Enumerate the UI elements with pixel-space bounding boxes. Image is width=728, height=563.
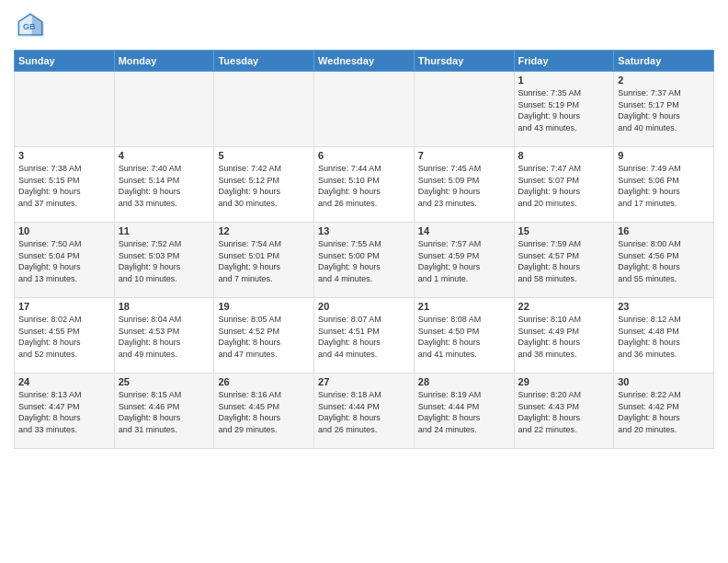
day-info: Sunrise: 7:50 AM Sunset: 5:04 PM Dayligh…	[18, 238, 110, 284]
calendar-cell: 5Sunrise: 7:42 AM Sunset: 5:12 PM Daylig…	[214, 147, 314, 223]
column-header-saturday: Saturday	[614, 51, 714, 72]
day-number: 14	[418, 225, 510, 236]
column-header-thursday: Thursday	[414, 51, 514, 72]
calendar-cell: 15Sunrise: 7:59 AM Sunset: 4:57 PM Dayli…	[514, 223, 614, 298]
day-number: 12	[218, 225, 310, 236]
calendar-cell: 25Sunrise: 8:15 AM Sunset: 4:46 PM Dayli…	[114, 373, 214, 449]
calendar-cell: 4Sunrise: 7:40 AM Sunset: 5:14 PM Daylig…	[114, 147, 214, 223]
calendar-cell	[314, 72, 415, 147]
day-number: 30	[618, 376, 710, 387]
calendar-cell: 26Sunrise: 8:16 AM Sunset: 4:45 PM Dayli…	[214, 373, 314, 449]
svg-text:GB: GB	[23, 22, 36, 31]
day-number: 19	[218, 301, 310, 312]
day-number: 5	[218, 150, 310, 161]
page-header: GB	[14, 9, 714, 42]
calendar-cell: 28Sunrise: 8:19 AM Sunset: 4:44 PM Dayli…	[414, 373, 514, 449]
day-number: 9	[618, 150, 710, 161]
calendar-cell: 2Sunrise: 7:37 AM Sunset: 5:17 PM Daylig…	[614, 72, 714, 147]
calendar-cell: 24Sunrise: 8:13 AM Sunset: 4:47 PM Dayli…	[15, 373, 115, 449]
calendar-cell: 21Sunrise: 8:08 AM Sunset: 4:50 PM Dayli…	[414, 298, 514, 373]
logo-icon: GB	[14, 9, 47, 42]
day-info: Sunrise: 8:10 AM Sunset: 4:49 PM Dayligh…	[518, 314, 610, 360]
calendar-week-row: 10Sunrise: 7:50 AM Sunset: 5:04 PM Dayli…	[15, 223, 714, 298]
calendar-cell: 17Sunrise: 8:02 AM Sunset: 4:55 PM Dayli…	[15, 298, 115, 373]
day-number: 3	[18, 150, 110, 161]
day-info: Sunrise: 7:47 AM Sunset: 5:07 PM Dayligh…	[518, 163, 610, 209]
day-info: Sunrise: 8:18 AM Sunset: 4:44 PM Dayligh…	[318, 389, 410, 435]
day-number: 15	[518, 225, 610, 236]
calendar-cell: 1Sunrise: 7:35 AM Sunset: 5:19 PM Daylig…	[514, 72, 614, 147]
day-info: Sunrise: 7:45 AM Sunset: 5:09 PM Dayligh…	[418, 163, 510, 209]
day-info: Sunrise: 8:05 AM Sunset: 4:52 PM Dayligh…	[218, 314, 310, 360]
day-info: Sunrise: 7:54 AM Sunset: 5:01 PM Dayligh…	[218, 238, 310, 284]
day-info: Sunrise: 7:57 AM Sunset: 4:59 PM Dayligh…	[418, 238, 510, 284]
day-info: Sunrise: 8:15 AM Sunset: 4:46 PM Dayligh…	[119, 389, 210, 435]
column-header-tuesday: Tuesday	[214, 51, 314, 72]
column-header-friday: Friday	[514, 51, 614, 72]
day-number: 20	[318, 301, 410, 312]
calendar-cell: 14Sunrise: 7:57 AM Sunset: 4:59 PM Dayli…	[414, 223, 514, 298]
page-container: GB SundayMondayTuesdayWednesdayThursdayF…	[0, 0, 728, 563]
calendar-cell: 29Sunrise: 8:20 AM Sunset: 4:43 PM Dayli…	[514, 373, 614, 449]
day-number: 6	[318, 150, 410, 161]
day-number: 2	[618, 75, 710, 86]
day-info: Sunrise: 8:07 AM Sunset: 4:51 PM Dayligh…	[318, 314, 410, 360]
calendar-cell: 19Sunrise: 8:05 AM Sunset: 4:52 PM Dayli…	[214, 298, 314, 373]
calendar-table: SundayMondayTuesdayWednesdayThursdayFrid…	[14, 50, 714, 449]
calendar-cell: 20Sunrise: 8:07 AM Sunset: 4:51 PM Dayli…	[314, 298, 415, 373]
column-header-wednesday: Wednesday	[314, 51, 415, 72]
calendar-cell: 23Sunrise: 8:12 AM Sunset: 4:48 PM Dayli…	[614, 298, 714, 373]
calendar-cell: 10Sunrise: 7:50 AM Sunset: 5:04 PM Dayli…	[15, 223, 115, 298]
day-number: 17	[18, 301, 110, 312]
day-number: 1	[518, 75, 610, 86]
day-info: Sunrise: 7:49 AM Sunset: 5:06 PM Dayligh…	[618, 163, 710, 209]
calendar-cell: 12Sunrise: 7:54 AM Sunset: 5:01 PM Dayli…	[214, 223, 314, 298]
day-info: Sunrise: 7:42 AM Sunset: 5:12 PM Dayligh…	[218, 163, 310, 209]
calendar-cell	[414, 72, 514, 147]
day-number: 24	[18, 376, 110, 387]
calendar-cell: 7Sunrise: 7:45 AM Sunset: 5:09 PM Daylig…	[414, 147, 514, 223]
calendar-cell: 27Sunrise: 8:18 AM Sunset: 4:44 PM Dayli…	[314, 373, 415, 449]
day-number: 18	[119, 301, 210, 312]
day-number: 22	[518, 301, 610, 312]
day-info: Sunrise: 7:40 AM Sunset: 5:14 PM Dayligh…	[119, 163, 210, 209]
logo: GB	[14, 9, 51, 42]
day-number: 7	[418, 150, 510, 161]
day-number: 23	[618, 301, 710, 312]
day-number: 28	[418, 376, 510, 387]
column-header-monday: Monday	[114, 51, 214, 72]
calendar-cell: 18Sunrise: 8:04 AM Sunset: 4:53 PM Dayli…	[114, 298, 214, 373]
day-info: Sunrise: 7:37 AM Sunset: 5:17 PM Dayligh…	[618, 87, 710, 133]
day-number: 26	[218, 376, 310, 387]
day-info: Sunrise: 7:52 AM Sunset: 5:03 PM Dayligh…	[119, 238, 210, 284]
calendar-header-row: SundayMondayTuesdayWednesdayThursdayFrid…	[15, 51, 714, 72]
day-number: 11	[119, 225, 210, 236]
calendar-cell: 13Sunrise: 7:55 AM Sunset: 5:00 PM Dayli…	[314, 223, 415, 298]
day-info: Sunrise: 8:13 AM Sunset: 4:47 PM Dayligh…	[18, 389, 110, 435]
day-number: 16	[618, 225, 710, 236]
calendar-week-row: 17Sunrise: 8:02 AM Sunset: 4:55 PM Dayli…	[15, 298, 714, 373]
day-number: 27	[318, 376, 410, 387]
day-number: 13	[318, 225, 410, 236]
day-number: 21	[418, 301, 510, 312]
day-info: Sunrise: 8:02 AM Sunset: 4:55 PM Dayligh…	[18, 314, 110, 360]
calendar-cell: 8Sunrise: 7:47 AM Sunset: 5:07 PM Daylig…	[514, 147, 614, 223]
day-info: Sunrise: 8:22 AM Sunset: 4:42 PM Dayligh…	[618, 389, 710, 435]
day-info: Sunrise: 8:04 AM Sunset: 4:53 PM Dayligh…	[119, 314, 210, 360]
day-info: Sunrise: 8:19 AM Sunset: 4:44 PM Dayligh…	[418, 389, 510, 435]
day-info: Sunrise: 8:12 AM Sunset: 4:48 PM Dayligh…	[618, 314, 710, 360]
calendar-week-row: 24Sunrise: 8:13 AM Sunset: 4:47 PM Dayli…	[15, 373, 714, 449]
day-number: 8	[518, 150, 610, 161]
day-number: 29	[518, 376, 610, 387]
day-info: Sunrise: 8:08 AM Sunset: 4:50 PM Dayligh…	[418, 314, 510, 360]
column-header-sunday: Sunday	[15, 51, 115, 72]
calendar-cell: 9Sunrise: 7:49 AM Sunset: 5:06 PM Daylig…	[614, 147, 714, 223]
calendar-week-row: 1Sunrise: 7:35 AM Sunset: 5:19 PM Daylig…	[15, 72, 714, 147]
day-info: Sunrise: 7:38 AM Sunset: 5:15 PM Dayligh…	[18, 163, 110, 209]
calendar-cell: 22Sunrise: 8:10 AM Sunset: 4:49 PM Dayli…	[514, 298, 614, 373]
calendar-cell	[114, 72, 214, 147]
day-info: Sunrise: 8:16 AM Sunset: 4:45 PM Dayligh…	[218, 389, 310, 435]
calendar-cell: 6Sunrise: 7:44 AM Sunset: 5:10 PM Daylig…	[314, 147, 415, 223]
calendar-cell	[214, 72, 314, 147]
day-info: Sunrise: 7:59 AM Sunset: 4:57 PM Dayligh…	[518, 238, 610, 284]
